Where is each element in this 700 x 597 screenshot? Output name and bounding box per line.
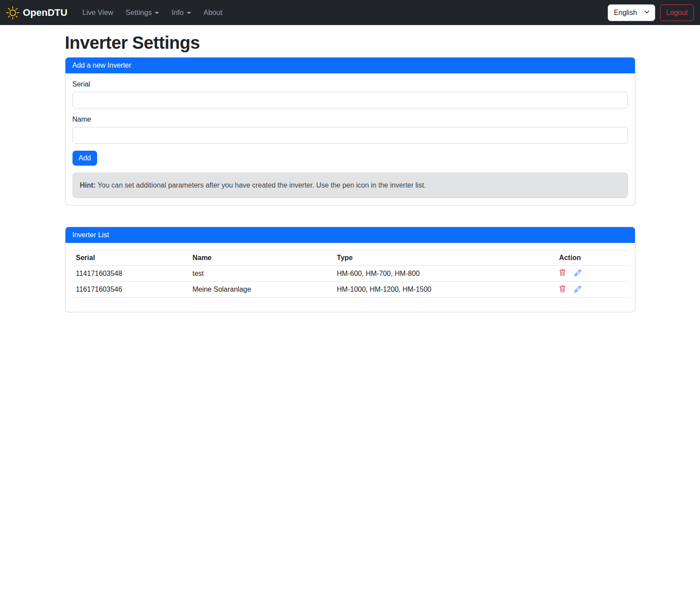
nav-item-info[interactable]: Info: [165, 5, 197, 20]
nav-item-about[interactable]: About: [197, 5, 228, 20]
column-header-serial: Serial: [73, 250, 189, 266]
nav-item-settings[interactable]: Settings: [120, 5, 166, 20]
table-header-row: Serial Name Type Action: [73, 250, 628, 266]
logout-button[interactable]: Logout: [660, 4, 694, 21]
inverter-table: Serial Name Type Action 114171603548 tes…: [73, 250, 628, 298]
inverter-list-card-header: Inverter List: [65, 227, 635, 243]
delete-inverter-button[interactable]: [559, 269, 566, 278]
trash-icon: [559, 271, 566, 278]
cell-name: test: [189, 266, 334, 282]
sun-logo-icon: [6, 6, 19, 19]
chevron-down-icon: [155, 12, 159, 14]
nav-item-about-label: About: [203, 8, 222, 17]
cell-serial: 116171603546: [73, 282, 189, 297]
table-row: 114171603548 test HM-600, HM-700, HM-800: [73, 266, 628, 282]
column-header-action: Action: [555, 250, 627, 266]
pencil-icon: [574, 271, 581, 278]
navbar: OpenDTU Live View Settings Info About En…: [0, 0, 700, 25]
column-header-type: Type: [334, 250, 556, 266]
nav-item-live-view-label: Live View: [82, 8, 113, 17]
cell-name: Meine Solaranlage: [189, 282, 334, 297]
cell-serial: 114171603548: [73, 266, 189, 282]
cell-actions: [555, 282, 627, 297]
edit-inverter-button[interactable]: [574, 269, 581, 278]
hint-alert: Hint: You can set additional parameters …: [73, 173, 628, 198]
add-button[interactable]: Add: [73, 151, 97, 166]
delete-inverter-button[interactable]: [559, 286, 566, 294]
add-inverter-card-header: Add a new Inverter: [65, 58, 635, 73]
nav-item-info-label: Info: [171, 8, 184, 17]
chevron-down-icon: [187, 12, 191, 14]
cell-type: HM-600, HM-700, HM-800: [334, 266, 556, 282]
trash-icon: [559, 287, 566, 294]
main-container: Inverter Settings Add a new Inverter Ser…: [60, 33, 641, 312]
name-input[interactable]: [73, 127, 628, 144]
add-inverter-card: Add a new Inverter Serial Name Add Hint:…: [65, 57, 635, 206]
navbar-right: English Logout: [608, 4, 694, 21]
brand[interactable]: OpenDTU: [6, 6, 67, 19]
column-header-name: Name: [189, 250, 334, 266]
add-inverter-card-body: Serial Name Add Hint: You can set additi…: [65, 73, 635, 205]
inverter-list-card: Inverter List Serial Name Type Action 11…: [65, 227, 635, 312]
inverter-list-card-body: Serial Name Type Action 114171603548 tes…: [65, 243, 635, 312]
table-row: 116171603546 Meine Solaranlage HM-1000, …: [73, 282, 628, 297]
pencil-icon: [574, 287, 581, 294]
page-title: Inverter Settings: [65, 33, 635, 53]
serial-label: Serial: [73, 80, 91, 88]
edit-inverter-button[interactable]: [574, 286, 581, 294]
hint-alert-text: You can set additional parameters after …: [96, 181, 426, 189]
brand-label: OpenDTU: [23, 7, 67, 18]
cell-type: HM-1000, HM-1200, HM-1500: [334, 282, 556, 297]
serial-input[interactable]: [73, 92, 628, 109]
nav-item-settings-label: Settings: [126, 8, 152, 17]
hint-alert-bold: Hint:: [80, 181, 96, 189]
cell-actions: [555, 266, 627, 282]
nav-links: Live View Settings Info About: [76, 5, 228, 20]
name-label: Name: [73, 116, 91, 123]
language-select-wrap: English: [608, 4, 655, 21]
nav-item-live-view[interactable]: Live View: [76, 5, 119, 20]
language-select[interactable]: English: [608, 4, 655, 21]
